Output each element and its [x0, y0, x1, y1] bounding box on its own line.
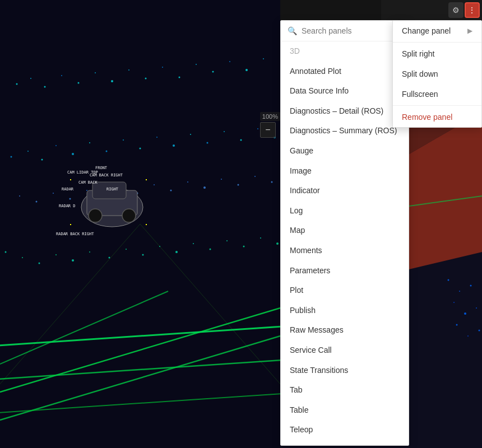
svg-point-36: [240, 139, 242, 141]
svg-point-103: [456, 324, 458, 326]
svg-point-31: [156, 137, 157, 138]
svg-point-42: [55, 254, 57, 255]
svg-point-10: [78, 82, 80, 84]
svg-text:CAM BACK RIGHT: CAM BACK RIGHT: [90, 173, 123, 178]
svg-point-57: [36, 201, 38, 203]
svg-point-102: [476, 307, 477, 309]
svg-point-44: [89, 251, 90, 253]
svg-point-51: [210, 249, 211, 250]
panel-item[interactable]: Tab: [281, 380, 409, 400]
panel-item[interactable]: Map: [281, 221, 409, 241]
svg-point-22: [11, 156, 12, 158]
svg-rect-78: [146, 179, 147, 180]
svg-point-48: [159, 246, 160, 247]
split-right-item[interactable]: Split right: [393, 44, 481, 64]
svg-point-60: [86, 190, 87, 191]
svg-point-68: [221, 179, 222, 180]
svg-rect-79: [70, 224, 71, 225]
panel-item[interactable]: Diagnostics – Detail (ROS): [281, 101, 409, 122]
svg-text:RADAR D: RADAR D: [59, 204, 76, 208]
panel-item[interactable]: Gauge: [281, 141, 409, 161]
panel-items-list: 3DAnnotated PlotData Source InfoDiagnost…: [281, 41, 409, 446]
zoom-out-button[interactable]: −: [260, 122, 276, 138]
panel-item[interactable]: Log: [281, 201, 409, 221]
svg-point-20: [245, 69, 248, 71]
svg-rect-77: [70, 179, 71, 180]
svg-point-32: [173, 144, 175, 147]
svg-point-67: [203, 186, 206, 189]
toolbar: ⚙ ⋮: [448, 0, 482, 20]
svg-point-12: [111, 80, 113, 82]
search-icon: 🔍: [288, 26, 297, 35]
svg-point-15: [162, 67, 163, 68]
panel-list-dropdown: 🔍 3DAnnotated PlotData Source InfoDiagno…: [280, 20, 409, 446]
context-menu-divider-1: [393, 42, 481, 43]
svg-text:RADAR BACK RIGHT: RADAR BACK RIGHT: [56, 232, 94, 236]
svg-point-104: [467, 335, 469, 337]
svg-point-39: [5, 251, 7, 253]
svg-point-69: [238, 184, 239, 186]
svg-point-6: [16, 83, 18, 85]
svg-point-99: [470, 285, 472, 287]
svg-point-33: [190, 134, 191, 135]
panel-item[interactable]: Table: [281, 400, 409, 421]
panel-item[interactable]: Indicator: [281, 181, 409, 201]
gear-button[interactable]: ⚙: [448, 2, 464, 18]
panel-item[interactable]: 3D: [281, 41, 409, 62]
svg-point-8: [44, 86, 46, 88]
panel-item[interactable]: Diagnostics – Summary (ROS): [281, 121, 409, 141]
panel-item[interactable]: Raw Messages: [281, 320, 409, 340]
svg-point-11: [95, 72, 96, 73]
svg-point-18: [212, 71, 214, 73]
remove-panel-item[interactable]: Remove panel: [393, 107, 481, 127]
svg-point-47: [142, 254, 144, 256]
svg-point-46: [126, 249, 127, 250]
panel-item[interactable]: Moments: [281, 241, 409, 261]
svg-point-43: [72, 259, 74, 262]
svg-point-7: [30, 78, 31, 79]
svg-point-16: [179, 77, 180, 78]
panel-item[interactable]: Teleop: [281, 420, 409, 440]
svg-point-97: [448, 279, 449, 281]
svg-point-24: [41, 159, 43, 161]
panel-item[interactable]: Plot: [281, 281, 409, 301]
svg-point-64: [154, 184, 155, 185]
svg-point-50: [193, 243, 194, 244]
svg-point-14: [145, 78, 147, 80]
svg-point-101: [464, 312, 466, 315]
svg-point-75: [89, 209, 102, 222]
search-panels-input[interactable]: [302, 26, 402, 35]
panel-item[interactable]: Service Call: [281, 340, 409, 361]
fullscreen-item[interactable]: Fullscreen: [393, 84, 481, 104]
svg-point-34: [207, 142, 208, 144]
split-down-item[interactable]: Split down: [393, 64, 481, 84]
svg-point-28: [106, 151, 108, 152]
panel-item[interactable]: Topic Graph: [281, 440, 409, 446]
svg-point-25: [55, 145, 57, 146]
svg-point-59: [69, 198, 71, 200]
zoom-percentage: 100%: [260, 112, 280, 121]
svg-point-56: [19, 195, 20, 197]
panel-item[interactable]: Publish: [281, 301, 409, 321]
chevron-right-icon: ▶: [467, 27, 472, 35]
panel-item[interactable]: Annotated Plot: [281, 62, 409, 82]
svg-point-98: [459, 291, 460, 292]
panel-item[interactable]: Data Source Info: [281, 81, 409, 101]
svg-point-54: [260, 237, 261, 239]
svg-point-30: [140, 148, 141, 150]
svg-text:RIGHT: RIGHT: [106, 187, 119, 192]
context-menu-divider-2: [393, 105, 481, 106]
context-menu: Change panel ▶ Split right Split down Fu…: [392, 20, 482, 128]
svg-point-37: [257, 128, 258, 129]
panel-item[interactable]: State Transitions: [281, 361, 409, 381]
panel-item[interactable]: Parameters: [281, 261, 409, 281]
svg-point-58: [53, 193, 54, 194]
panel-item[interactable]: Image: [281, 161, 409, 181]
change-panel-item[interactable]: Change panel ▶: [393, 21, 481, 41]
svg-point-41: [39, 263, 40, 264]
more-options-button[interactable]: ⋮: [465, 2, 480, 18]
svg-point-70: [254, 176, 256, 177]
svg-rect-80: [146, 224, 147, 225]
svg-point-71: [271, 181, 273, 183]
svg-point-105: [479, 330, 480, 332]
